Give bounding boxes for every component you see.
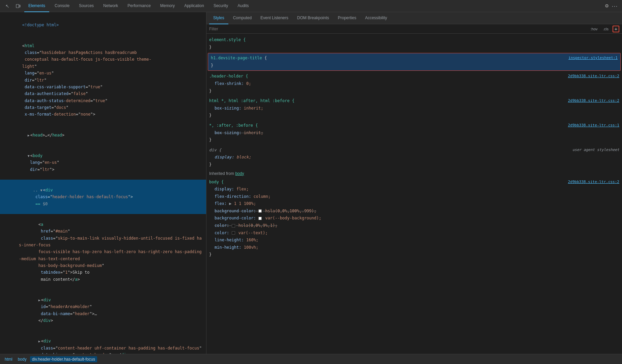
breadcrumb-body[interactable]: body xyxy=(16,356,29,362)
tab-security[interactable]: Security xyxy=(209,0,232,12)
feedback-icon: ☺ xyxy=(605,3,609,9)
style-rule-header-holder: .header-holder { 2d9bb338.site-ltr.css:2… xyxy=(206,71,622,96)
dom-line[interactable]: ▶<div id="headerAreaHolder" data-bi-name… xyxy=(0,290,206,331)
style-source-link[interactable]: 2d9bb338.site-ltr.css:2 xyxy=(568,179,619,185)
right-panel-tabs: Styles Computed Event Listeners DOM Brea… xyxy=(206,12,622,24)
tab-dom-breakpoints[interactable]: DOM Breakpoints xyxy=(293,12,333,24)
tab-accessibility[interactable]: Accessibility xyxy=(361,12,391,24)
styles-filter-bar: :hov .cls + xyxy=(206,24,622,34)
dom-line[interactable]: ▼<body lang="en-us" dir="ltr"> xyxy=(0,145,206,180)
svg-rect-1 xyxy=(19,5,20,7)
dom-line-highlighted[interactable]: .. ▼<div class="header-holder has-defaul… xyxy=(0,180,206,214)
dom-line[interactable]: ▶<div class="content-header uhf-containe… xyxy=(0,331,206,354)
styles-panel: Styles Computed Event Listeners DOM Brea… xyxy=(206,12,622,354)
breadcrumb-html[interactable]: html xyxy=(3,356,15,362)
cls-button[interactable]: .cls xyxy=(602,26,610,32)
elements-tree[interactable]: <!doctype html> <html class="hasSidebar … xyxy=(0,12,206,354)
tab-memory[interactable]: Memory xyxy=(156,0,179,12)
style-rule-body: body { 2d9bb338.site-ltr.css:2 display: … xyxy=(206,177,622,260)
tab-sources[interactable]: Sources xyxy=(75,0,98,12)
inherited-from-link[interactable]: body xyxy=(235,171,244,176)
svg-rect-0 xyxy=(16,4,19,8)
styles-filter-input[interactable] xyxy=(209,27,589,31)
hov-button[interactable]: :hov xyxy=(589,26,599,32)
elements-panel: <!doctype html> <html class="hasSidebar … xyxy=(0,12,206,354)
inherited-from-label: Inherited from body xyxy=(206,170,622,177)
breadcrumb-bar: html body div.header-holder.has-default-… xyxy=(0,354,622,364)
tab-computed[interactable]: Computed xyxy=(229,12,256,24)
more-options-button[interactable]: ⋯ xyxy=(610,1,619,11)
style-source-link[interactable]: 2d9bb338.site-ltr.css:2 xyxy=(568,97,619,104)
style-rule-element: element.style { } xyxy=(206,35,622,52)
dom-line[interactable]: ▶<head>…</head> xyxy=(0,125,206,145)
style-rule-html-star: html *, html :after, html :before { 2d9b… xyxy=(206,96,622,121)
breadcrumb-current[interactable]: div.header-holder.has-default-focus xyxy=(30,356,97,362)
tab-performance[interactable]: Performance xyxy=(123,0,155,12)
cursor-tool-button[interactable]: ↖ xyxy=(3,1,12,11)
style-source-link[interactable]: 2d9bb338.site-ltr.css:2 xyxy=(568,73,619,80)
tab-event-listeners[interactable]: Event Listeners xyxy=(256,12,292,24)
style-rule-selected: h1.devsite-page-title { inspector-styles… xyxy=(208,53,621,71)
add-style-button[interactable]: + xyxy=(613,26,619,32)
tab-application[interactable]: Application xyxy=(180,0,208,12)
tab-properties[interactable]: Properties xyxy=(334,12,360,24)
style-rule-div-useragent: div { user agent stylesheet display: blo… xyxy=(206,145,622,170)
tab-network[interactable]: Network xyxy=(99,0,122,12)
tab-audits[interactable]: Audits xyxy=(233,0,253,12)
tab-console[interactable]: Console xyxy=(51,0,74,12)
style-source-label: user agent stylesheet xyxy=(572,147,619,153)
tab-elements[interactable]: Elements xyxy=(24,0,49,12)
dom-line[interactable]: <!doctype html> xyxy=(0,15,206,35)
dom-line[interactable]: <html class="hasSidebar hasPageActions h… xyxy=(0,35,206,125)
top-toolbar: ↖ Elements Console Sources Network Perfo… xyxy=(0,0,622,12)
style-source-link[interactable]: inspector-stylesheet:1 xyxy=(568,55,618,61)
style-source-link[interactable]: 2d9bb338.site-ltr.css:1 xyxy=(568,122,619,129)
dom-line[interactable]: <a href="#main" class="skip-to-main-link… xyxy=(0,214,206,290)
device-toggle-button[interactable] xyxy=(13,1,23,11)
main-layout: <!doctype html> <html class="hasSidebar … xyxy=(0,12,622,354)
tab-styles[interactable]: Styles xyxy=(209,12,228,24)
style-rule-star: *, :after, :before { 2d9bb338.site-ltr.c… xyxy=(206,121,622,145)
styles-rules-list: element.style { } h1.devsite-page-title … xyxy=(206,34,622,354)
